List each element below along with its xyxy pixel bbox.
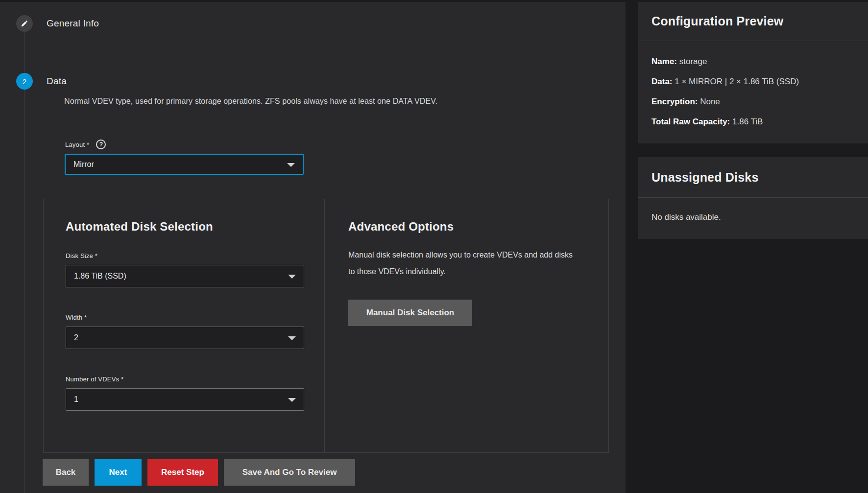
question-mark-icon[interactable]: ?: [96, 140, 106, 149]
chevron-down-icon: [288, 398, 296, 402]
disk-size-field: Disk Size * 1.86 TiB (SSD): [66, 251, 324, 287]
step-data-label: Data: [47, 76, 67, 87]
configuration-preview-body: Name: storage Data: 1 × MIRROR | 2 × 1.8…: [638, 41, 868, 143]
chevron-down-icon: [288, 336, 296, 340]
config-name-row: Name: storage: [651, 51, 855, 71]
advanced-options-description: Manual disk selection allows you to crea…: [348, 247, 574, 280]
unassigned-disks-title: Unassigned Disks: [651, 170, 759, 185]
reset-step-button[interactable]: Reset Step: [147, 459, 218, 486]
width-label: Width *: [66, 314, 87, 321]
layout-select-value: Mirror: [73, 160, 94, 169]
back-button[interactable]: Back: [43, 459, 89, 486]
step-general-info-label: General Info: [47, 18, 99, 29]
config-encryption-row: Encryption: None: [651, 92, 855, 112]
width-select-value: 2: [74, 333, 78, 342]
configuration-preview-title: Configuration Preview: [651, 14, 784, 28]
number-of-vdevs-select-value: 1: [74, 395, 78, 404]
config-name-value: storage: [679, 57, 707, 66]
automated-disk-selection-title: Automated Disk Selection: [66, 220, 324, 234]
manual-disk-selection-button[interactable]: Manual Disk Selection: [348, 300, 472, 326]
chevron-down-icon: [287, 163, 295, 167]
disk-size-select[interactable]: 1.86 TiB (SSD): [66, 265, 304, 287]
step-data[interactable]: 2 Data: [16, 73, 67, 90]
unassigned-disks-panel: Unassigned Disks No disks available.: [638, 157, 868, 239]
step-data-indicator: 2: [16, 73, 33, 90]
layout-select[interactable]: Mirror: [65, 154, 304, 175]
config-data-row: Data: 1 × MIRROR | 2 × 1.86 TiB (SSD): [651, 71, 855, 92]
width-select[interactable]: 2: [66, 327, 304, 349]
save-and-go-to-review-button[interactable]: Save And Go To Review: [224, 459, 355, 486]
config-encryption-label: Encryption:: [651, 97, 698, 106]
step-general-info-indicator: [16, 15, 33, 32]
no-disks-message: No disks available.: [651, 212, 721, 222]
unassigned-disks-header: Unassigned Disks: [638, 157, 868, 198]
config-capacity-label: Total Raw Capacity:: [651, 117, 730, 126]
step-actions: Back Next Reset Step Save And Go To Revi…: [43, 459, 355, 486]
number-of-vdevs-field: Number of VDEVs * 1: [66, 375, 324, 411]
next-button[interactable]: Next: [95, 459, 142, 486]
configuration-preview-panel: Configuration Preview Name: storage Data…: [638, 2, 868, 143]
config-capacity-row: Total Raw Capacity: 1.86 TiB: [651, 112, 855, 132]
config-encryption-value: None: [700, 97, 720, 106]
advanced-options-title: Advanced Options: [348, 220, 608, 234]
config-name-label: Name:: [651, 57, 677, 66]
configuration-preview-header: Configuration Preview: [638, 2, 868, 41]
advanced-options-column: Advanced Options Manual disk selection a…: [324, 199, 608, 452]
step-general-info[interactable]: General Info: [16, 15, 99, 32]
disk-size-label: Disk Size *: [66, 252, 97, 259]
step-data-number: 2: [23, 77, 26, 86]
disk-selection-card: Automated Disk Selection Disk Size * 1.8…: [43, 199, 609, 453]
layout-label-row: Layout * ?: [65, 140, 106, 149]
number-of-vdevs-label: Number of VDEVs *: [66, 376, 123, 383]
width-field: Width * 2: [66, 313, 324, 349]
config-capacity-value: 1.86 TiB: [732, 117, 763, 126]
disk-size-select-value: 1.86 TiB (SSD): [74, 272, 126, 281]
stepper-connector-line: [24, 31, 24, 493]
unassigned-disks-body: No disks available.: [638, 198, 868, 239]
wizard-main-panel: General Info 2 Data Normal VDEV type, us…: [0, 2, 626, 493]
pencil-icon: [21, 20, 28, 27]
config-data-label: Data:: [651, 77, 673, 86]
automated-disk-selection-column: Automated Disk Selection Disk Size * 1.8…: [44, 199, 324, 452]
number-of-vdevs-select[interactable]: 1: [66, 388, 304, 411]
config-data-value: 1 × MIRROR | 2 × 1.86 TiB (SSD): [675, 77, 799, 86]
chevron-down-icon: [288, 275, 296, 279]
right-sidebar: Configuration Preview Name: storage Data…: [626, 0, 868, 493]
data-step-description: Normal VDEV type, used for primary stora…: [64, 97, 437, 106]
layout-label: Layout *: [65, 141, 89, 148]
